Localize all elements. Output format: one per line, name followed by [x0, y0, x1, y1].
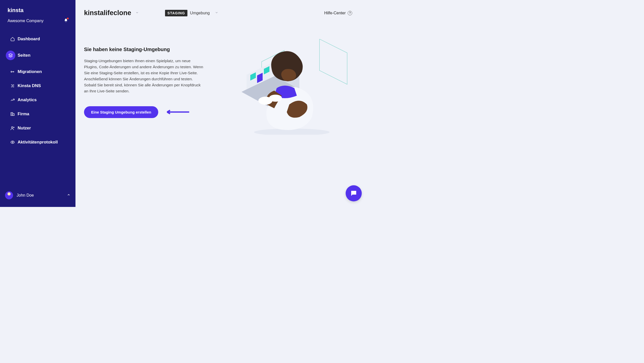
svg-point-8 — [12, 127, 13, 128]
chevron-up-icon — [67, 193, 70, 198]
sidebar-item-label: Aktivitätenprotokoll — [18, 140, 58, 145]
help-center-link[interactable]: Hilfe-Center ? — [324, 11, 352, 15]
sidebar-item-label: Kinsta DNS — [18, 83, 41, 88]
chat-fab[interactable] — [346, 185, 362, 201]
topbar: kinstalifeclone STAGING Umgebung Hilfe-C… — [84, 9, 352, 17]
sidebar-item-label: Analytics — [18, 97, 37, 102]
illustration — [242, 39, 352, 136]
avatar — [5, 191, 13, 199]
sidebar-item-dashboard[interactable]: Dashboard — [5, 33, 71, 45]
notification-dot — [67, 18, 69, 19]
svg-point-11 — [12, 142, 13, 143]
chevron-down-icon[interactable] — [215, 11, 218, 15]
dns-icon — [8, 84, 18, 88]
analytics-icon — [8, 98, 18, 102]
site-title[interactable]: kinstalifeclone — [84, 9, 131, 17]
arrow-left-icon — [167, 110, 192, 116]
layers-icon — [6, 51, 15, 60]
user-icon — [8, 126, 18, 130]
company-name[interactable]: Awesome Company — [8, 19, 44, 23]
svg-rect-4 — [13, 114, 14, 116]
home-icon — [8, 37, 18, 41]
user-menu[interactable]: John Doe — [0, 187, 75, 207]
env-label[interactable]: Umgebung — [190, 11, 210, 15]
sidebar-item-migrationen[interactable]: Migrationen — [5, 66, 71, 77]
sidebar-nav: Dashboard Seiten Migrationen Kinsta DNS … — [0, 33, 75, 187]
logo: kinsta — [0, 7, 75, 15]
page-description: Staging-Umgebungen bieten Ihnen einen Sp… — [84, 58, 205, 94]
svg-marker-1 — [9, 54, 13, 56]
migrate-icon — [8, 69, 18, 74]
chevron-down-icon[interactable] — [135, 11, 139, 15]
sidebar-item-dns[interactable]: Kinsta DNS — [5, 80, 71, 91]
svg-point-2 — [11, 71, 12, 72]
help-label: Hilfe-Center — [324, 11, 346, 15]
sidebar-item-label: Migrationen — [18, 69, 42, 74]
page-heading: Sie haben keine Staging-Umgebung — [84, 47, 210, 52]
company-icon — [8, 112, 18, 116]
notifications-bell-icon[interactable] — [64, 18, 68, 23]
sidebar-item-label: Firma — [18, 112, 29, 117]
sidebar-item-firma[interactable]: Firma — [5, 108, 71, 120]
sidebar-item-analytics[interactable]: Analytics — [5, 94, 71, 105]
env-badge: STAGING — [165, 10, 188, 16]
sidebar-item-seiten[interactable]: Seiten — [5, 48, 71, 63]
user-name: John Doe — [17, 193, 34, 198]
sidebar-item-aktivitaeten[interactable]: Aktivitätenprotokoll — [5, 137, 71, 148]
create-staging-button[interactable]: Eine Staging Umgebung erstellen — [84, 106, 158, 118]
svg-text:kinsta: kinsta — [8, 8, 24, 13]
sidebar-item-label: Nutzer — [18, 126, 31, 131]
main-content: kinstalifeclone STAGING Umgebung Hilfe-C… — [75, 0, 367, 207]
help-icon: ? — [348, 11, 352, 15]
sidebar-item-nutzer[interactable]: Nutzer — [5, 123, 71, 134]
sidebar: kinsta Awesome Company Dashboard Seiten … — [0, 0, 75, 207]
eye-icon — [8, 140, 18, 144]
sidebar-item-label: Dashboard — [18, 37, 40, 42]
sidebar-item-label: Seiten — [18, 53, 30, 58]
svg-marker-13 — [319, 39, 347, 84]
svg-point-22 — [269, 95, 282, 102]
